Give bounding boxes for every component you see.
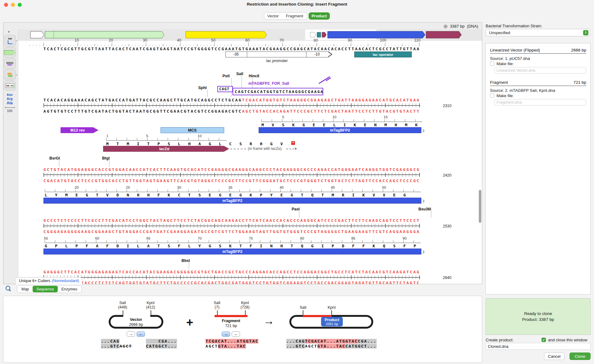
enzyme-label-bsrGI[interactable]: BsrGI [43,156,66,160]
feature-m13-rev[interactable]: M13 rev [61,127,98,133]
product-name: Product [324,318,339,322]
primer-name-label[interactable]: mTAGBFP2_FOR_SalI [248,81,289,86]
vector-header: Linearized Vector (Flipped) [490,48,540,52]
aa-ruler [45,240,421,243]
enzyme-label-bsu36I[interactable]: Bsu36I [413,207,436,211]
enzyme-display-label: SalI [8,38,12,40]
aa-number: 5 [143,134,152,138]
nonredundant-link[interactable]: (Nonredundant) [52,279,79,283]
fragment-bar[interactable] [215,315,247,317]
close-window-checkbox[interactable]: ✓ [542,338,546,342]
enzyme-label-bbsI[interactable]: BbsI [174,258,197,263]
lac-promoter-arrowhead-fill [328,52,331,56]
window-title: Restriction and Insertion Cloning: Inser… [0,2,594,7]
show-features-button[interactable] [4,47,16,58]
vector-make-file-checkbox[interactable] [490,61,494,66]
minimap-feature-yellow-arrow[interactable] [186,31,267,38]
enzyme-label-hincII[interactable]: HincII [243,74,265,78]
cancel-button[interactable]: Cancel [544,353,565,360]
fragment-source: Source: 2. mTAGBFP SalI, KpnI.dna [490,88,555,93]
strand-segment: AGTGTGTCCTTTGTCGATACTGGTACTAATGCGGTTCGAA… [43,109,242,114]
aa-number: 25 [123,186,133,189]
enzyme-leader-line [189,262,189,269]
result-arrow: → [263,314,274,327]
ruler-number: 80 [304,38,318,43]
enzyme-label-pasI[interactable]: PasI [284,207,307,211]
search-icon[interactable] [6,286,10,290]
minimap-feature-maroon-arrow[interactable] [426,31,461,38]
tab-sequence[interactable]: Sequence [33,286,57,292]
minimap-feature-white-arrow[interactable] [30,31,44,38]
sequence-ruler-ticks [29,43,421,46]
minimap-options-icon[interactable]: ▼ [7,30,10,34]
feature-continues-icon: › [422,198,425,204]
aa-number: 5 [279,115,288,119]
reading-frame-arrowhead [295,147,297,150]
feature-mtagbfp2[interactable]: mTagBFP2 [259,127,421,133]
strand-ruler [43,275,420,279]
ruler-number: 100 [373,38,386,43]
enzyme-display-button[interactable]: SalI [4,35,16,47]
aa-number: 35 [226,186,235,189]
feature-laczalpha[interactable]: lacZα [103,146,229,152]
fragment-forward-button[interactable]: → [222,331,230,337]
clone-button[interactable]: Clone [569,353,591,360]
minimap-feature-green-arrow[interactable] [45,31,164,38]
stop-codon-marker: * [291,141,295,145]
select-stepper-icon[interactable]: ▲▼ [583,30,588,35]
minimap-feature-blue-arrow[interactable] [328,31,425,38]
fragment-end-sequences: TCGACAT...ATGGTAC AGCTGTA...TAC [206,339,258,349]
primer-overhang-box[interactable]: CAGT [217,86,233,92]
sequence-top-strand: GCCCTCTCCCCTTCGCCTTCGACATCCTGGCTACTAGCTT… [43,218,420,223]
fragment-site-right: KpnI(728) [235,301,255,309]
tab-map[interactable]: Map [18,286,33,292]
aa-number: 10 [195,134,204,138]
tab-vector[interactable]: Vector [264,12,282,20]
show-primers-button[interactable] [4,58,16,69]
fragment-file-input[interactable] [494,99,586,106]
strand-segment-insert: TCGACATGGTGTCTAAGGGCGAAGAGCTGATTAAGGAGAA… [242,98,420,102]
fragment-header-row: Fragment 721 bp [490,80,586,86]
ruler-width-icon[interactable] [5,107,15,108]
enzyme-label-btgI[interactable]: BtgI [94,156,117,160]
cutters-badge-text: Unique 6+ Cutters [19,279,50,283]
fragment-reverse-button[interactable]: ← [232,331,240,337]
show-orfs-button[interactable] [4,81,16,91]
feature-lac-operator[interactable]: lac operator [354,52,412,57]
vector-file-input[interactable] [494,67,586,74]
feature-mtagbfp2[interactable]: mTagBFP2 [43,249,421,254]
vector-forward-button[interactable]: → [127,331,135,337]
tab-product[interactable]: Product [309,12,330,20]
aa-style-ala[interactable]: Ala [4,101,15,105]
feature-mtagbfp2[interactable]: mTagBFP2 [43,198,421,204]
enzyme-display-chevron-icon[interactable]: ⌄ [15,38,18,42]
tab-fragment[interactable]: Fragment [282,12,307,20]
vector-reverse-button[interactable]: ← [137,331,145,337]
in-frame-note: (in frame with lacZα) [248,146,282,151]
aa-ruler [45,189,421,192]
promoter-divider [247,52,247,57]
aa-sequence: G P L P F A F D I L A T S F L Y G S K T … [45,244,416,248]
primer-sequence-box[interactable]: CAGTCGACATGGTGTCTAAGGGCGAAGA [233,88,323,95]
sequence-top-strand: TCACACAGGAAACAGCTATGACCATGATTACGCCAAGCTT… [43,98,420,102]
vector-source: Source: 1. pUC57.dna [490,56,530,61]
enzyme-leader-line [207,90,208,97]
product-site-left: SalI [293,305,313,310]
minimap-feature-operator[interactable] [317,32,321,37]
strain-select[interactable]: Unspecified ▲▼ [486,29,590,36]
feature-mcs[interactable]: MCS [161,127,224,133]
sequence-kind: (DNA) [467,24,478,29]
fragment-site-left: SalI(7) [207,301,227,309]
aa-style-arg[interactable]: Arg [4,97,15,101]
vertical-scrollbar-thumb[interactable] [479,190,481,223]
tab-enzymes[interactable]: Enzymes [58,286,81,292]
product-filename-input[interactable] [486,343,591,350]
ruler-number: 60 [236,38,250,43]
enzyme-label-sphI[interactable]: SphI [191,86,214,90]
translations-chevron-icon[interactable]: ⌄ [15,73,18,76]
fragment-make-file-checkbox[interactable] [490,93,494,98]
fragment-size: 721 bp [574,80,586,85]
aa-style-asn[interactable]: Asn [4,93,15,97]
sequence-length: 3387 bp [450,24,465,29]
ruler-width-value[interactable]: 100 [4,109,15,113]
